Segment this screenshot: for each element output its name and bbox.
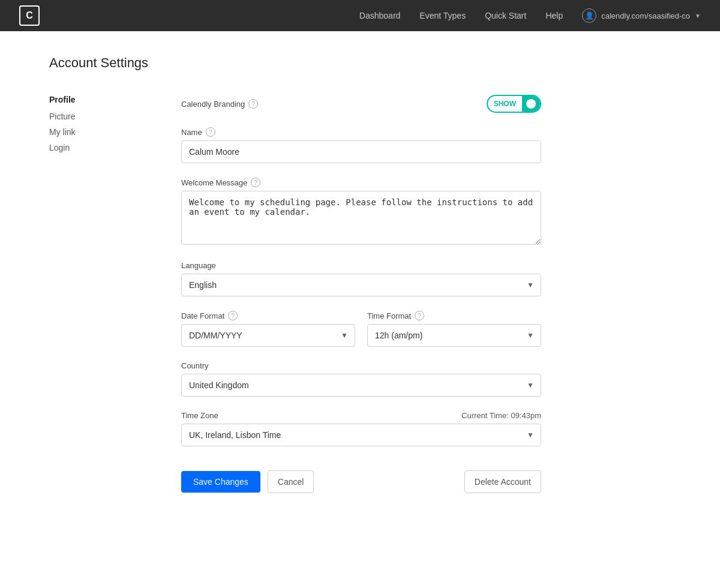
page-title: Account Settings bbox=[49, 55, 671, 71]
top-navigation: C Dashboard Event Types Quick Start Help… bbox=[0, 0, 720, 31]
sidebar-item-my-link[interactable]: My link bbox=[49, 127, 145, 137]
sidebar-item-login[interactable]: Login bbox=[49, 143, 145, 152]
timezone-row: Time Zone Current Time: 09:43pm UK, Irel… bbox=[181, 411, 541, 446]
time-format-label: Time Format ? bbox=[367, 311, 541, 320]
date-format-help-icon: ? bbox=[228, 311, 238, 320]
cancel-button[interactable]: Cancel bbox=[268, 470, 314, 493]
nav-help[interactable]: Help bbox=[545, 11, 563, 20]
nav-quick-start[interactable]: Quick Start bbox=[485, 11, 526, 20]
date-time-format-row: Date Format ? DD/MM/YYYY MM/DD/YYYY YYYY… bbox=[181, 311, 541, 361]
footer-left-buttons: Save Changes Cancel bbox=[181, 470, 314, 493]
welcome-label: Welcome Message ? bbox=[181, 178, 541, 187]
toggle-show-label: SHOW bbox=[488, 97, 522, 110]
welcome-message-row: Welcome Message ? bbox=[181, 178, 541, 247]
country-label: Country bbox=[181, 361, 541, 370]
welcome-textarea[interactable] bbox=[181, 191, 541, 245]
time-format-help-icon: ? bbox=[415, 311, 424, 320]
sidebar-item-picture[interactable]: Picture bbox=[49, 112, 145, 121]
nav-links: Dashboard Event Types Quick Start Help bbox=[359, 11, 563, 20]
user-url: calendly.com/saasified-co bbox=[601, 11, 690, 20]
timezone-label: Time Zone bbox=[181, 411, 218, 420]
sidebar: Profile Picture My link Login bbox=[49, 95, 145, 493]
user-menu-chevron-icon: ▼ bbox=[695, 13, 701, 19]
branding-label: Calendly Branding ? bbox=[181, 99, 258, 109]
language-row: Language English French German Spanish ▼ bbox=[181, 261, 541, 296]
toggle-circle bbox=[526, 99, 536, 109]
branding-row: Calendly Branding ? SHOW bbox=[181, 95, 541, 113]
delete-account-button[interactable]: Delete Account bbox=[464, 470, 541, 493]
settings-layout: Profile Picture My link Login Calendly B… bbox=[49, 95, 671, 493]
branding-toggle[interactable]: SHOW bbox=[487, 95, 541, 113]
branding-help-icon: ? bbox=[248, 99, 258, 109]
time-format-select-wrapper: 12h (am/pm) 24h ▼ bbox=[367, 324, 541, 347]
timezone-select-wrapper: UK, Ireland, Lisbon Time Eastern Time Pa… bbox=[181, 424, 541, 446]
footer-buttons: Save Changes Cancel Delete Account bbox=[181, 470, 541, 493]
sidebar-item-profile[interactable]: Profile bbox=[49, 95, 145, 104]
welcome-help-icon: ? bbox=[251, 178, 260, 187]
name-help-icon: ? bbox=[206, 127, 215, 137]
user-avatar-icon: 👤 bbox=[582, 8, 596, 23]
language-label: Language bbox=[181, 261, 541, 270]
date-format-select-wrapper: DD/MM/YYYY MM/DD/YYYY YYYY/MM/DD ▼ bbox=[181, 324, 355, 347]
language-select[interactable]: English French German Spanish bbox=[181, 274, 541, 296]
current-time: Current Time: 09:43pm bbox=[461, 411, 541, 420]
timezone-select[interactable]: UK, Ireland, Lisbon Time Eastern Time Pa… bbox=[181, 424, 541, 446]
date-format-label: Date Format ? bbox=[181, 311, 355, 320]
time-format-row: Time Format ? 12h (am/pm) 24h ▼ bbox=[367, 311, 541, 347]
nav-dashboard[interactable]: Dashboard bbox=[359, 11, 401, 20]
page-container: Account Settings Profile Picture My link… bbox=[30, 31, 690, 517]
country-select-wrapper: United Kingdom United States Canada Aust… bbox=[181, 374, 541, 397]
form-area: Calendly Branding ? SHOW Name ? bbox=[181, 95, 541, 493]
name-field-row: Name ? bbox=[181, 127, 541, 163]
name-label: Name ? bbox=[181, 127, 541, 137]
nav-event-types[interactable]: Event Types bbox=[419, 11, 466, 20]
save-changes-button[interactable]: Save Changes bbox=[181, 471, 260, 493]
time-format-select[interactable]: 12h (am/pm) 24h bbox=[367, 324, 541, 347]
country-row: Country United Kingdom United States Can… bbox=[181, 361, 541, 397]
timezone-header: Time Zone Current Time: 09:43pm bbox=[181, 411, 541, 420]
date-format-select[interactable]: DD/MM/YYYY MM/DD/YYYY YYYY/MM/DD bbox=[181, 324, 355, 347]
date-format-row: Date Format ? DD/MM/YYYY MM/DD/YYYY YYYY… bbox=[181, 311, 355, 347]
user-menu[interactable]: 👤 calendly.com/saasified-co ▼ bbox=[582, 8, 701, 23]
toggle-circle-bg bbox=[522, 96, 540, 112]
language-select-wrapper: English French German Spanish ▼ bbox=[181, 274, 541, 296]
name-input[interactable] bbox=[181, 140, 541, 163]
country-select[interactable]: United Kingdom United States Canada Aust… bbox=[181, 374, 541, 397]
logo[interactable]: C bbox=[19, 5, 40, 26]
current-time-value: 09:43pm bbox=[511, 411, 541, 420]
